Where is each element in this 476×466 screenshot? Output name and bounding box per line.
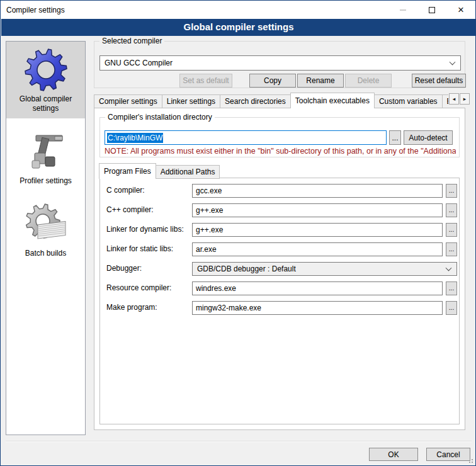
title-bar[interactable]: Compiler settings × xyxy=(1,1,475,19)
maximize-button[interactable] xyxy=(417,1,446,19)
window-title: Compiler settings xyxy=(6,6,65,14)
sidebar-item-label: Global compiler settings xyxy=(8,94,84,113)
minimize-button[interactable] xyxy=(388,1,417,19)
chevron-down-icon xyxy=(450,59,456,65)
sidebar-item-label: Profiler settings xyxy=(8,176,84,186)
toolchain-executables-panel: Compiler's installation directory C:\ray… xyxy=(94,108,465,430)
installation-directory-input[interactable]: C:\raylib\MinGW xyxy=(105,130,387,145)
sidebar-item-label: Batch builds xyxy=(8,249,84,258)
rename-button[interactable]: Rename xyxy=(297,74,344,88)
dynamic-linker-label: Linker for dynamic libs: xyxy=(106,225,184,234)
tab-scroll-left-icon[interactable]: ◂ xyxy=(449,93,459,105)
resource-compiler-browse-button[interactable]: ... xyxy=(446,281,457,295)
selected-compiler-group: Selected compiler GNU GCC Compiler Set a… xyxy=(94,41,465,88)
maximize-icon xyxy=(429,7,435,13)
tab-scroll-controls: ◂ ▸ xyxy=(449,93,470,105)
tab-compiler-settings[interactable]: Compiler settings xyxy=(94,94,162,108)
auto-detect-button[interactable]: Auto-detect xyxy=(404,130,453,145)
selected-compiler-group-label: Selected compiler xyxy=(99,37,164,45)
installation-directory-group: Compiler's installation directory C:\ray… xyxy=(99,117,460,157)
sidebar-item-batch-builds[interactable]: Batch builds xyxy=(6,196,85,263)
tab-search-directories[interactable]: Search directories xyxy=(220,94,291,108)
gray-gear-stack-icon xyxy=(8,200,84,249)
dynamic-linker-input[interactable] xyxy=(192,223,443,237)
tab-build-options[interactable]: Build xyxy=(443,94,448,108)
static-linker-input[interactable] xyxy=(192,242,443,256)
program-files-panel: C compiler: ... C++ compiler: ... Linker… xyxy=(99,178,460,424)
sidebar-item-profiler-settings[interactable]: Profiler settings xyxy=(6,123,85,191)
tab-linker-settings[interactable]: Linker settings xyxy=(162,94,220,108)
cpp-compiler-browse-button[interactable]: ... xyxy=(446,203,457,217)
settings-category-list: Global compiler settings Profiler settin… xyxy=(6,41,86,435)
make-program-label: Make program: xyxy=(106,303,157,312)
tab-scroll-right-icon[interactable]: ▸ xyxy=(460,93,470,105)
tab-toolchain-executables[interactable]: Toolchain executables xyxy=(290,93,375,108)
window-controls: × xyxy=(388,1,475,19)
resource-compiler-label: Resource compiler: xyxy=(106,283,171,292)
set-as-default-button[interactable]: Set as default xyxy=(179,74,232,88)
make-program-input[interactable] xyxy=(192,301,443,315)
page-title: Global compiler settings xyxy=(1,19,476,36)
compiler-select[interactable]: GNU GCC Compiler xyxy=(99,55,461,71)
static-linker-label: Linker for static libs: xyxy=(106,244,173,253)
reset-defaults-button[interactable]: Reset defaults xyxy=(412,74,466,88)
compiler-select-value: GNU GCC Compiler xyxy=(105,59,173,67)
make-program-browse-button[interactable]: ... xyxy=(446,301,457,315)
cpp-compiler-label: C++ compiler: xyxy=(106,205,154,214)
compiler-settings-dialog: Compiler settings × Global compiler sett… xyxy=(0,0,476,466)
c-compiler-input[interactable] xyxy=(192,184,443,198)
resize-grip[interactable] xyxy=(472,462,473,463)
c-compiler-browse-button[interactable]: ... xyxy=(446,184,457,198)
installation-directory-label: Compiler's installation directory xyxy=(105,113,215,122)
caliper-icon xyxy=(8,127,84,176)
dynamic-linker-browse-button[interactable]: ... xyxy=(446,223,457,237)
ok-button[interactable]: OK xyxy=(369,448,418,461)
c-compiler-label: C compiler: xyxy=(106,186,145,195)
delete-button[interactable]: Delete xyxy=(345,74,392,88)
minimize-icon xyxy=(400,9,406,11)
debugger-label: Debugger: xyxy=(106,264,142,273)
installation-directory-browse-button[interactable]: ... xyxy=(389,130,401,145)
tab-custom-variables[interactable]: Custom variables xyxy=(375,94,443,108)
compiler-settings-tabs: Compiler settings Linker settings Search… xyxy=(94,93,448,108)
debugger-select[interactable]: GDB/CDB debugger : Default xyxy=(192,262,457,276)
sidebar-item-global-compiler-settings[interactable]: Global compiler settings xyxy=(6,42,85,118)
installation-directory-value: C:\raylib\MinGW xyxy=(107,133,163,143)
footer-divider xyxy=(6,441,472,442)
blue-gear-icon xyxy=(8,45,84,94)
resource-compiler-input[interactable] xyxy=(192,281,443,295)
tab-program-files[interactable]: Program Files xyxy=(99,163,156,179)
tab-additional-paths[interactable]: Additional Paths xyxy=(156,165,220,179)
program-files-tabs: Program Files Additional Paths xyxy=(99,163,220,179)
debugger-select-value: GDB/CDB debugger : Default xyxy=(197,264,296,273)
cpp-compiler-input[interactable] xyxy=(192,203,443,217)
close-button[interactable]: × xyxy=(446,1,475,19)
cancel-button[interactable]: Cancel xyxy=(426,448,470,461)
close-icon: × xyxy=(458,4,464,15)
bin-subdirectory-note: NOTE: All programs must exist either in … xyxy=(105,147,456,156)
copy-button[interactable]: Copy xyxy=(249,74,296,88)
static-linker-browse-button[interactable]: ... xyxy=(446,242,457,256)
chevron-down-icon xyxy=(446,265,452,271)
